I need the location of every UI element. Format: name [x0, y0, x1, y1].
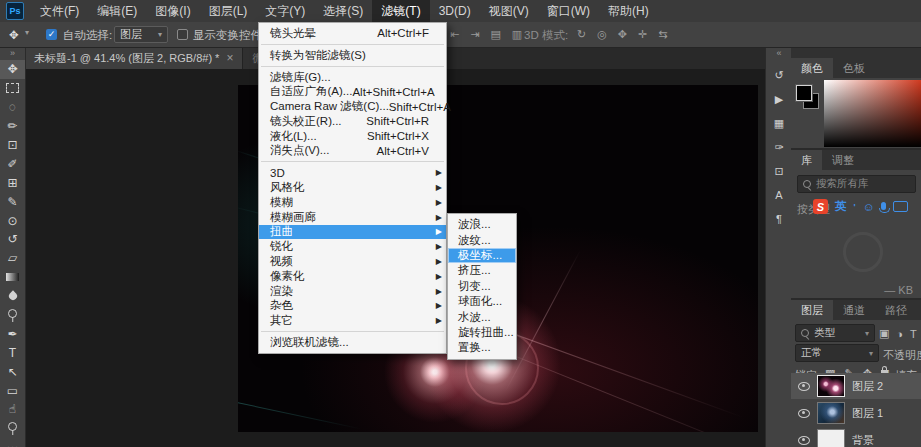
- filter-menu-item-browse-filters-online[interactable]: 浏览联机滤镜...: [259, 335, 446, 350]
- filter-menu-item-vanishing-point[interactable]: 消失点(V)... Alt+Ctrl+V: [259, 144, 446, 159]
- submenu-item-ripple[interactable]: 波纹...: [448, 232, 516, 247]
- auto-select-checkbox[interactable]: ✓: [46, 29, 57, 40]
- menu-file[interactable]: 文件(F): [31, 0, 88, 22]
- filter-menu-item-distort[interactable]: 扭曲 ▶: [259, 225, 446, 240]
- color-picker-field[interactable]: [824, 80, 921, 147]
- visibility-eye-icon[interactable]: [798, 382, 810, 391]
- quick-selection-tool[interactable]: ✏: [0, 117, 25, 136]
- align-right-edges-icon[interactable]: ⇥: [470, 27, 479, 41]
- crop-tool[interactable]: ⊡: [0, 136, 25, 155]
- align-left-edges-icon[interactable]: ⇤: [450, 27, 459, 41]
- panel-rail-collapse-icon[interactable]: «: [766, 48, 792, 58]
- filter-menu-item-sharpen[interactable]: 锐化 ▶: [259, 239, 446, 254]
- menu-type[interactable]: 文字(Y): [256, 0, 314, 22]
- distribute-vertical-icon[interactable]: ▤: [490, 27, 500, 41]
- layer-thumbnail[interactable]: [817, 429, 845, 447]
- submenu-item-displace[interactable]: 置换...: [448, 340, 516, 355]
- emoji-icon[interactable]: ☺: [863, 201, 875, 213]
- tab-untitled-1[interactable]: 未标题-1 @ 41.4% (图层 2, RGB/8#) * ×: [25, 47, 243, 69]
- lasso-tool[interactable]: ◌: [0, 98, 25, 117]
- path-selection-tool[interactable]: ↖: [0, 362, 25, 381]
- layer-thumbnail[interactable]: [817, 375, 845, 397]
- layer-row[interactable]: 图层 1: [791, 400, 921, 426]
- submenu-item-polar-coordinates[interactable]: 极坐标...: [448, 248, 516, 263]
- hand-tool[interactable]: ☝: [0, 400, 25, 419]
- menu-3d[interactable]: 3D(D): [430, 0, 480, 22]
- move-tool[interactable]: ✥: [0, 60, 25, 79]
- menu-help[interactable]: 帮助(H): [599, 0, 658, 22]
- ime-tick-icon[interactable]: ': [854, 202, 856, 212]
- brush-settings-panel-icon[interactable]: ✑: [766, 135, 792, 159]
- filter-menu-item-blur-gallery[interactable]: 模糊画廊 ▶: [259, 210, 446, 225]
- filter-menu-item-lens-flare[interactable]: 镜头光晕 Alt+Ctrl+F: [259, 26, 446, 41]
- filter-pixel-layers-icon[interactable]: ▣: [879, 327, 889, 340]
- history-brush-tool[interactable]: ↺: [0, 230, 25, 249]
- clone-source-panel-icon[interactable]: ⊡: [766, 159, 792, 183]
- submenu-item-zigzag[interactable]: 水波...: [448, 309, 516, 324]
- shape-tool[interactable]: ▭: [0, 381, 25, 400]
- eyedropper-tool[interactable]: ✐: [0, 154, 25, 173]
- submenu-item-shear[interactable]: 切变...: [448, 279, 516, 294]
- dodge-tool[interactable]: [0, 306, 25, 325]
- filter-menu-item-video[interactable]: 视频 ▶: [259, 254, 446, 269]
- filter-menu-item-liquify[interactable]: 液化(L)... Shift+Ctrl+X: [259, 129, 446, 144]
- zoom-tool[interactable]: [0, 419, 25, 438]
- menu-layer[interactable]: 图层(L): [200, 0, 257, 22]
- character-panel-icon[interactable]: A: [766, 183, 792, 207]
- tab-color[interactable]: 颜色: [791, 58, 833, 78]
- show-transform-controls-checkbox[interactable]: [177, 29, 188, 40]
- 3d-rotate-icon[interactable]: ↻: [577, 27, 586, 41]
- gradient-tool[interactable]: [0, 268, 25, 287]
- sogou-logo-icon[interactable]: S: [813, 199, 828, 214]
- visibility-eye-icon[interactable]: [798, 409, 810, 418]
- rectangular-marquee-tool[interactable]: [0, 79, 25, 98]
- filter-menu-item-blur[interactable]: 模糊 ▶: [259, 195, 446, 210]
- menu-edit[interactable]: 编辑(E): [88, 0, 146, 22]
- 3d-scale-icon[interactable]: ⇆: [658, 27, 667, 41]
- healing-brush-tool[interactable]: ⊞: [0, 173, 25, 192]
- menu-view[interactable]: 视图(V): [480, 0, 538, 22]
- type-tool[interactable]: T: [0, 343, 25, 362]
- foreground-color-swatch[interactable]: [796, 85, 812, 101]
- tab-paths[interactable]: 路径: [875, 300, 917, 320]
- menu-window[interactable]: 窗口(W): [538, 0, 599, 22]
- filter-menu-item-adaptive-wide-angle[interactable]: 自适应广角(A)... Alt+Shift+Ctrl+A: [259, 84, 446, 99]
- 3d-slide-icon[interactable]: ✛: [638, 27, 647, 41]
- blend-mode-dropdown[interactable]: 正常 ▾: [795, 344, 879, 362]
- layer-thumbnail[interactable]: [817, 402, 845, 424]
- filter-menu-item-noise[interactable]: 杂色 ▶: [259, 299, 446, 314]
- menu-filter[interactable]: 滤镜(T): [372, 0, 429, 22]
- distribute-horizontal-icon[interactable]: ▥: [512, 27, 522, 41]
- filter-menu-item-other[interactable]: 其它 ▶: [259, 313, 446, 328]
- tool-preset-caret-icon[interactable]: ▾: [25, 28, 29, 37]
- microphone-icon[interactable]: [881, 202, 886, 210]
- visibility-eye-icon[interactable]: [798, 436, 810, 445]
- tab-channels[interactable]: 通道: [833, 300, 875, 320]
- timeline-panel-icon[interactable]: ▦: [766, 111, 792, 135]
- keyboard-icon[interactable]: [893, 201, 908, 212]
- ime-language-toggle[interactable]: 英: [835, 199, 847, 214]
- blur-tool[interactable]: [0, 287, 25, 306]
- layer-filter-kind-dropdown[interactable]: 类型 ▾: [795, 324, 875, 342]
- submenu-item-spherize[interactable]: 球面化...: [448, 294, 516, 309]
- pen-tool[interactable]: ✒: [0, 324, 25, 343]
- tab-swatches[interactable]: 色板: [833, 58, 875, 78]
- filter-adjustment-layers-icon[interactable]: ◑: [896, 328, 903, 340]
- layer-row[interactable]: 图层 2: [791, 373, 921, 399]
- filter-menu-item-convert-smart-filters[interactable]: 转换为智能滤镜(S): [259, 48, 446, 63]
- tab-libraries[interactable]: 库: [791, 150, 822, 170]
- auto-select-dropdown[interactable]: 图层 ▾: [114, 26, 168, 43]
- filter-menu-item-pixelate[interactable]: 像素化 ▶: [259, 269, 446, 284]
- submenu-item-wave[interactable]: 波浪...: [448, 217, 516, 232]
- filter-menu-item-lens-correction[interactable]: 镜头校正(R)... Shift+Ctrl+R: [259, 114, 446, 129]
- more-tools[interactable]: ···: [0, 438, 25, 447]
- tab-layers[interactable]: 图层: [791, 300, 833, 320]
- layer-row[interactable]: 背景: [791, 427, 921, 447]
- submenu-item-pinch[interactable]: 挤压...: [448, 263, 516, 278]
- library-search-input[interactable]: 搜索所有库: [797, 175, 916, 193]
- tab-adjustments[interactable]: 调整: [822, 150, 864, 170]
- filter-menu-item-3d[interactable]: 3D ▶: [259, 165, 446, 180]
- submenu-item-twirl[interactable]: 旋转扭曲...: [448, 325, 516, 340]
- actions-panel-icon[interactable]: ▶: [766, 87, 792, 111]
- filter-menu-item-render[interactable]: 渲染 ▶: [259, 284, 446, 299]
